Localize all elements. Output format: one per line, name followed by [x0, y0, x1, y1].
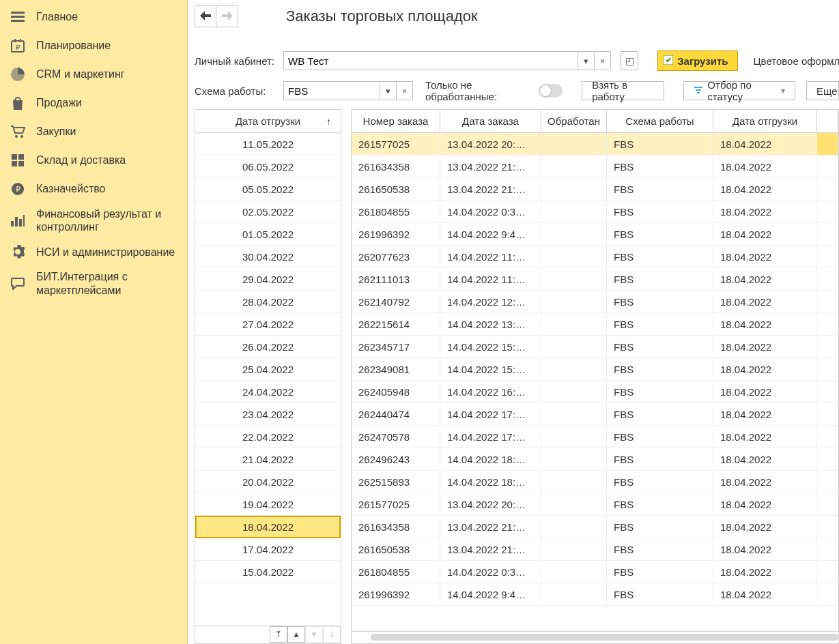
col-tail: [817, 110, 838, 132]
cabinet-dropdown-button[interactable]: ▾: [578, 52, 594, 70]
table-row[interactable]: 26234571714.04.2022 15:…FBS18.04.2022: [352, 336, 838, 358]
page-first-button[interactable]: ⤒: [270, 626, 287, 643]
cell-processed: [541, 583, 607, 605]
page-down-button[interactable]: ▼: [305, 626, 323, 643]
table-row[interactable]: 26247057814.04.2022 17:…FBS18.04.2022: [352, 426, 838, 448]
sidebar-item-1[interactable]: ₽Планирование: [0, 31, 187, 60]
dates-panel: Дата отгрузки ↑ 11.05.202206.05.202205.0…: [195, 109, 341, 644]
sidebar-item-0[interactable]: Главное: [0, 3, 187, 31]
table-row[interactable]: 26180485514.04.2022 0:3…FBS18.04.2022: [352, 561, 838, 583]
sidebar-item-4[interactable]: Закупки: [0, 117, 187, 146]
table-row[interactable]: 26240594814.04.2022 16:…FBS18.04.2022: [352, 381, 838, 403]
nav-back-button[interactable]: [195, 5, 216, 27]
sidebar-item-6[interactable]: ₽Казначейство: [0, 175, 187, 203]
date-row[interactable]: 25.04.2022: [195, 358, 341, 381]
table-row[interactable]: 26211101314.04.2022 11:…FBS18.04.2022: [352, 268, 838, 291]
sidebar-item-2[interactable]: CRM и маркетинг: [0, 60, 187, 89]
cell-ship-date: 18.04.2022: [713, 403, 817, 425]
table-row[interactable]: 26157702513.04.2022 20:…FBS18.04.2022: [352, 133, 838, 156]
cell-processed: [541, 133, 607, 155]
table-row[interactable]: 26244047414.04.2022 17:…FBS18.04.2022: [352, 403, 838, 426]
table-row[interactable]: 26214079214.04.2022 12:…FBS18.04.2022: [352, 291, 838, 313]
date-row[interactable]: 24.04.2022: [195, 381, 341, 403]
cell-scheme: FBS: [607, 381, 713, 402]
date-row[interactable]: 22.04.2022: [195, 426, 341, 448]
table-row[interactable]: 26165053813.04.2022 21:…FBS18.04.2022: [352, 178, 838, 201]
sidebar-item-3[interactable]: Продажи: [0, 89, 187, 117]
dates-header[interactable]: Дата отгрузки ↑: [195, 110, 341, 133]
col-order-date[interactable]: Дата заказа: [440, 110, 541, 132]
table-row[interactable]: 26234908114.04.2022 15:…FBS18.04.2022: [352, 358, 838, 381]
table-row[interactable]: 26221561414.04.2022 13:…FBS18.04.2022: [352, 313, 838, 336]
date-row[interactable]: 19.04.2022: [195, 493, 341, 516]
table-row[interactable]: 26163435813.04.2022 21:…FBS18.04.2022: [352, 156, 838, 178]
sidebar-item-7[interactable]: Финансовый результат и контроллинг: [0, 203, 187, 237]
col-ship-date[interactable]: Дата отгрузки: [713, 110, 817, 132]
dates-list[interactable]: 11.05.202206.05.202205.05.202202.05.2022…: [195, 133, 341, 626]
arrow-left-icon: [200, 11, 211, 23]
date-row[interactable]: 26.04.2022: [195, 336, 341, 358]
date-row[interactable]: 21.04.2022: [195, 448, 341, 471]
cell-ship-date: 18.04.2022: [713, 583, 817, 605]
sidebar-item-9[interactable]: БИТ.Интеграция с маркетплейсами: [0, 266, 187, 300]
cell-order-date: 14.04.2022 12:…: [440, 291, 541, 312]
cell-ship-date: 18.04.2022: [713, 561, 817, 583]
page-last-button[interactable]: ⤓: [323, 626, 341, 643]
table-row[interactable]: 26163435813.04.2022 21:…FBS18.04.2022: [352, 516, 838, 538]
date-row[interactable]: 11.05.2022: [195, 133, 341, 156]
col-order-number[interactable]: Номер заказа: [352, 110, 440, 132]
table-row[interactable]: 26199639214.04.2022 9:4…FBS18.04.2022: [352, 583, 838, 606]
orders-scrollbar[interactable]: [352, 631, 838, 643]
piechart-icon: [10, 67, 25, 82]
table-row[interactable]: 26251589314.04.2022 18:…FBS18.04.2022: [352, 471, 838, 493]
date-row[interactable]: 23.04.2022: [195, 403, 341, 426]
date-row[interactable]: 02.05.2022: [195, 201, 341, 223]
nav-forward-button[interactable]: [216, 5, 238, 27]
cabinet-input[interactable]: [284, 52, 578, 70]
scrollbar-thumb[interactable]: [371, 634, 838, 641]
table-row[interactable]: 26180485514.04.2022 0:3…FBS18.04.2022: [352, 201, 838, 223]
table-row[interactable]: 26199639214.04.2022 9:4…FBS18.04.2022: [352, 223, 838, 246]
scheme-input[interactable]: [284, 82, 380, 100]
cabinet-open-button[interactable]: ◰: [621, 51, 638, 70]
date-row[interactable]: 18.04.2022: [195, 516, 341, 538]
more-button[interactable]: Еще: [806, 81, 839, 100]
table-row[interactable]: 26165053813.04.2022 21:…FBS18.04.2022: [352, 538, 838, 561]
col-processed[interactable]: Обработан: [541, 110, 607, 132]
date-row[interactable]: 20.04.2022: [195, 471, 341, 493]
sidebar-item-5[interactable]: Склад и доставка: [0, 146, 187, 175]
cell-order-date: 14.04.2022 15:…: [440, 358, 541, 380]
table-row[interactable]: 26207762314.04.2022 11:…FBS18.04.2022: [352, 246, 838, 268]
date-row[interactable]: 05.05.2022: [195, 178, 341, 201]
cell-tail: [817, 448, 838, 470]
date-row[interactable]: 30.04.2022: [195, 246, 341, 268]
page-up-button[interactable]: ▲: [287, 626, 305, 643]
load-button[interactable]: Загрузить: [657, 50, 738, 71]
scheme-dropdown-button[interactable]: ▾: [380, 82, 396, 100]
cell-processed: [541, 426, 607, 448]
date-row[interactable]: 01.05.2022: [195, 223, 341, 246]
sidebar-item-8[interactable]: НСИ и администрирование: [0, 237, 187, 266]
scheme-combo[interactable]: ▾ ×: [283, 81, 413, 100]
cell-order-number: 261634358: [352, 156, 440, 177]
date-row[interactable]: 17.04.2022: [195, 538, 341, 561]
cell-tail: [817, 381, 838, 402]
col-scheme[interactable]: Схема работы: [607, 110, 713, 132]
cabinet-clear-button[interactable]: ×: [594, 52, 610, 70]
date-row[interactable]: 27.04.2022: [195, 313, 341, 336]
filter-by-status-button[interactable]: Отбор по статусу ▾: [683, 81, 795, 100]
cell-order-number: 261996392: [352, 583, 440, 605]
only-unprocessed-toggle[interactable]: [539, 84, 563, 98]
cabinet-combo[interactable]: ▾ ×: [283, 51, 611, 70]
take-to-work-button[interactable]: Взять в работу: [582, 81, 664, 100]
main: Заказы торговых площадок Личный кабинет:…: [188, 0, 839, 644]
date-row[interactable]: 15.04.2022: [195, 561, 341, 583]
date-row[interactable]: 28.04.2022: [195, 291, 341, 313]
table-row[interactable]: 26157702513.04.2022 20:…FBS18.04.2022: [352, 493, 838, 516]
scheme-clear-button[interactable]: ×: [396, 82, 412, 100]
table-row[interactable]: 26249624314.04.2022 18:…FBS18.04.2022: [352, 448, 838, 471]
date-row[interactable]: 06.05.2022: [195, 156, 341, 178]
date-row[interactable]: 29.04.2022: [195, 268, 341, 291]
cell-order-number: 261650538: [352, 178, 440, 200]
svg-rect-1: [11, 16, 25, 18]
